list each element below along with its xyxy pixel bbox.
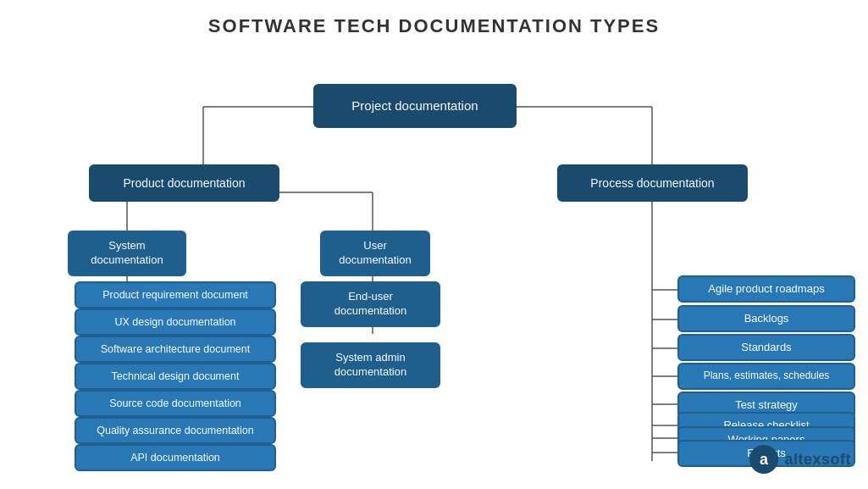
node-leaf3: Software architecture document bbox=[75, 336, 276, 363]
node-system: System documentation bbox=[68, 231, 186, 276]
logo-text: altexsoft bbox=[784, 451, 851, 469]
page-title: SOFTWARE TECH DOCUMENTATION TYPES bbox=[0, 0, 868, 37]
node-sysadmin: System admin documentation bbox=[301, 342, 440, 388]
node-proc4: Plans, estimates, schedules bbox=[677, 363, 855, 390]
diagram-area: Project documentation Product documentat… bbox=[0, 46, 868, 486]
node-proc2: Backlogs bbox=[677, 305, 855, 332]
node-enduser: End-user documentation bbox=[301, 281, 440, 327]
svg-text:a: a bbox=[760, 451, 769, 468]
node-project: Project documentation bbox=[313, 84, 517, 128]
altexsoft-logo-icon: a bbox=[749, 444, 779, 475]
node-proc1: Agile product roadmaps bbox=[677, 275, 855, 303]
node-product: Product documentation bbox=[89, 164, 279, 202]
node-process: Process documentation bbox=[557, 164, 748, 202]
node-leaf4: Technical design document bbox=[75, 363, 276, 390]
node-leaf5: Source code documentation bbox=[75, 390, 276, 417]
node-leaf6: Quality assurance documentation bbox=[75, 417, 276, 444]
node-proc3: Standards bbox=[677, 334, 855, 361]
node-leaf1: Product requirement document bbox=[75, 281, 276, 308]
logo-area: a altexsoft bbox=[749, 444, 851, 475]
node-leaf2: UX design documentation bbox=[75, 308, 276, 336]
node-user: User documentation bbox=[320, 231, 430, 276]
node-leaf7: API documentation bbox=[75, 444, 276, 471]
